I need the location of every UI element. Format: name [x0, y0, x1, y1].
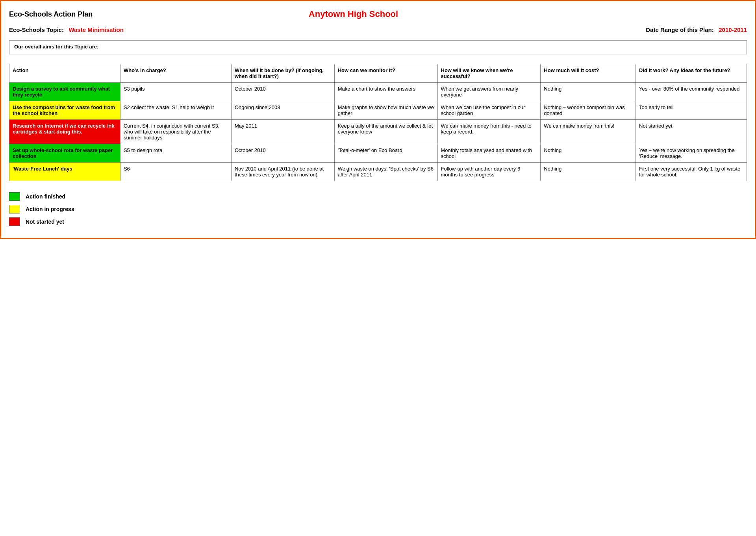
action-cell: Research on Internet if we can recycle i…: [9, 120, 120, 144]
action-cell: Use the compost bins for waste food from…: [9, 101, 120, 120]
col-header-charge: Who's in charge?: [120, 64, 231, 83]
data-cell: Make a chart to show the answers: [334, 83, 437, 101]
data-cell: When we get answers from nearly everyone: [437, 83, 541, 101]
data-cell: Current S4, in conjunction with current …: [120, 120, 231, 144]
data-cell: Nov 2010 and April 2011 (to be done at t…: [231, 163, 334, 181]
legend-item: Not started yet: [9, 217, 747, 226]
table-row: Set up whole-school rota for waste paper…: [9, 144, 747, 163]
data-cell: We can make money from this - need to ke…: [437, 120, 541, 144]
data-cell: We can make money from this!: [541, 120, 636, 144]
table-row: Research on Internet if we can recycle i…: [9, 120, 747, 144]
aims-label: Our overall aims for this Topic are:: [14, 44, 98, 50]
action-plan-table: Action Who's in charge? When will it be …: [9, 64, 747, 181]
topic-label: Eco-Schools Topic:: [9, 26, 64, 33]
legend-item: Action in progress: [9, 205, 747, 213]
data-cell: Weigh waste on days. 'Spot checks' by S6…: [334, 163, 437, 181]
data-cell: Not started yet: [636, 120, 747, 144]
date-line: Date Range of this Plan: 2010-2011: [646, 26, 747, 33]
aims-box: Our overall aims for this Topic are:: [9, 40, 747, 54]
data-cell: When we can use the compost in our schoo…: [437, 101, 541, 120]
col-header-action: Action: [9, 64, 120, 83]
legend-color-box: [9, 192, 20, 201]
data-cell: Yes – we're now working on spreading the…: [636, 144, 747, 163]
col-header-work: Did it work? Any ideas for the future?: [636, 64, 747, 83]
table-row: Use the compost bins for waste food from…: [9, 101, 747, 120]
legend-color-box: [9, 217, 20, 226]
data-cell: Monthly totals analysed and shared with …: [437, 144, 541, 163]
data-cell: Nothing – wooden compost bin was donated: [541, 101, 636, 120]
data-cell: S5 to design rota: [120, 144, 231, 163]
data-cell: Nothing: [541, 163, 636, 181]
table-row: 'Waste-Free Lunch' daysS6Nov 2010 and Ap…: [9, 163, 747, 181]
data-cell: S6: [120, 163, 231, 181]
legend-label: Action in progress: [26, 206, 74, 212]
legend-label: Not started yet: [26, 219, 64, 225]
data-cell: Make graphs to show how much waste we ga…: [334, 101, 437, 120]
legend-label: Action finished: [26, 193, 65, 200]
data-cell: Nothing: [541, 83, 636, 101]
col-header-success: How will we know when we're successful?: [437, 64, 541, 83]
data-cell: October 2010: [231, 83, 334, 101]
col-header-monitor: How can we monitor it?: [334, 64, 437, 83]
topic-value: Waste Minimisation: [69, 26, 123, 33]
data-cell: October 2010: [231, 144, 334, 163]
data-cell: Follow-up with another day every 6 month…: [437, 163, 541, 181]
action-cell: Set up whole-school rota for waste paper…: [9, 144, 120, 163]
data-cell: S3 pupils: [120, 83, 231, 101]
table-row: Design a survey to ask community what th…: [9, 83, 747, 101]
data-cell: 'Total-o-meter' on Eco Board: [334, 144, 437, 163]
data-cell: Nothing: [541, 144, 636, 163]
legend: Action finishedAction in progressNot sta…: [9, 192, 747, 226]
subheader: Eco-Schools Topic: Waste Minimisation Da…: [9, 26, 747, 33]
legend-item: Action finished: [9, 192, 747, 201]
topic-line: Eco-Schools Topic: Waste Minimisation: [9, 26, 124, 33]
action-cell: 'Waste-Free Lunch' days: [9, 163, 120, 181]
data-cell: S2 collect the waste. S1 help to weigh i…: [120, 101, 231, 120]
action-cell: Design a survey to ask community what th…: [9, 83, 120, 101]
doc-title: Eco-Schools Action Plan: [9, 10, 93, 19]
data-cell: Yes - over 80% of the community responde…: [636, 83, 747, 101]
data-cell: May 2011: [231, 120, 334, 144]
data-cell: Too early to tell: [636, 101, 747, 120]
data-cell: First one very successful. Only 1 kg of …: [636, 163, 747, 181]
table-header-row: Action Who's in charge? When will it be …: [9, 64, 747, 83]
legend-color-box: [9, 205, 20, 213]
date-label: Date Range of this Plan:: [646, 26, 714, 33]
data-cell: Keep a tally of the amount we collect & …: [334, 120, 437, 144]
date-value: 2010-2011: [719, 26, 747, 33]
page-header: Eco-Schools Action Plan Anytown High Sch…: [9, 9, 747, 19]
col-header-cost: How much will it cost?: [541, 64, 636, 83]
school-name: Anytown High School: [93, 9, 614, 19]
data-cell: Ongoing since 2008: [231, 101, 334, 120]
col-header-when: When will it be done by? (if ongoing, wh…: [231, 64, 334, 83]
